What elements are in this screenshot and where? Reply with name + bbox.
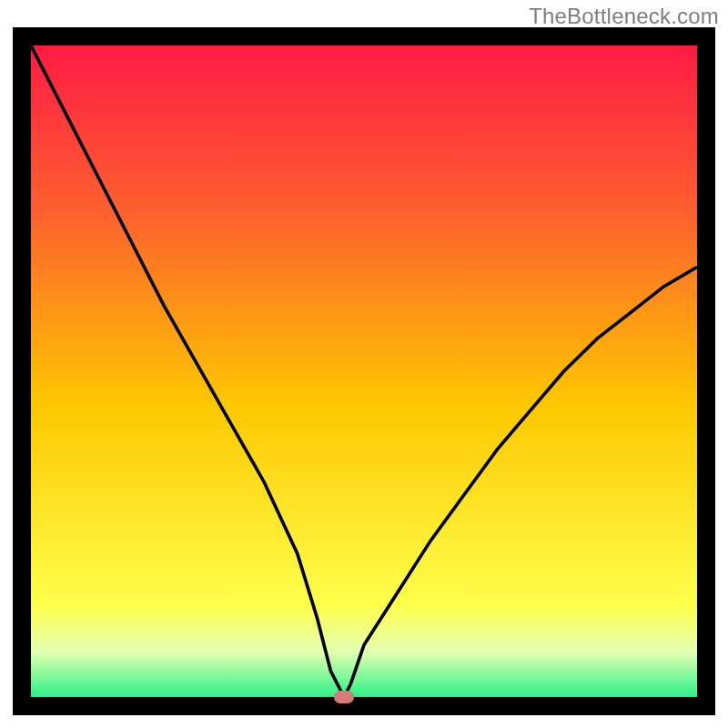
plot-inner [31,46,697,697]
optimum-marker [334,691,354,703]
watermark-text: TheBottleneck.com [529,4,719,29]
chart-frame: TheBottleneck.com [0,0,728,728]
chart-plot-area [13,27,715,715]
background-gradient [31,46,697,697]
gradient-rect [31,46,697,697]
